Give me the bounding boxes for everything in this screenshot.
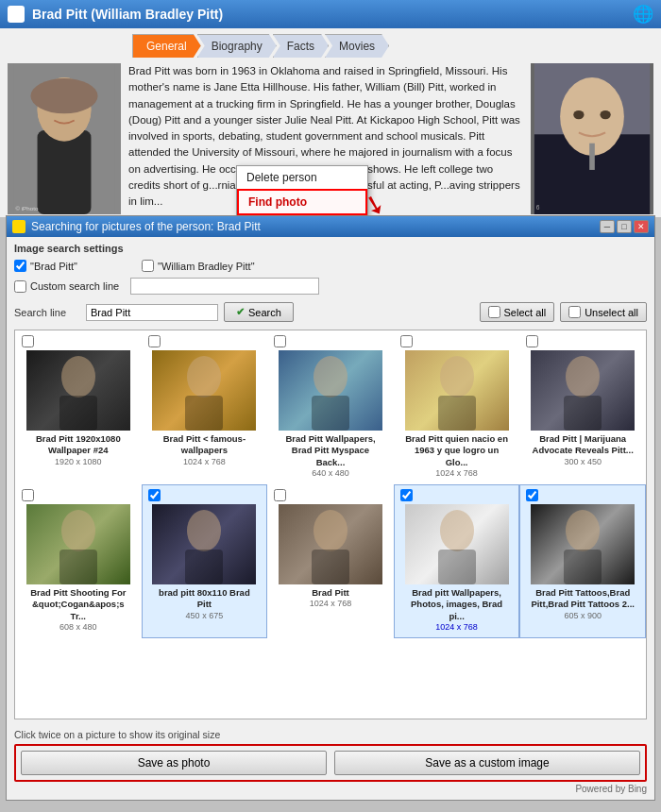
svg-point-23 xyxy=(566,356,600,398)
svg-rect-32 xyxy=(438,550,476,584)
image-title-2: Brad Pitt Wallpapers, Brad Pitt Myspace … xyxy=(279,433,382,468)
svg-rect-26 xyxy=(59,550,97,584)
globe-icon: 🌐 xyxy=(633,4,653,25)
image-cell-8[interactable]: Brad pitt Wallpapers, Photos, images, Br… xyxy=(394,484,520,638)
svg-point-31 xyxy=(440,510,474,551)
image-checkbox-4[interactable] xyxy=(526,335,538,347)
main-window: Brad Pitt (William Bradley Pitt) 🌐 Gener… xyxy=(0,0,661,217)
image-title-4: Brad Pitt | Marijuana Advocate Reveals P… xyxy=(531,433,635,457)
image-cell-1[interactable]: Brad Pitt < famous-wallpapers1024 x 768 xyxy=(142,330,268,484)
image-dims-9: 605 x 900 xyxy=(564,611,602,620)
image-dims-7: 1024 x 768 xyxy=(310,599,352,608)
select-all-input[interactable] xyxy=(488,306,500,318)
svg-rect-16 xyxy=(59,396,97,431)
svg-text:6: 6 xyxy=(536,204,540,211)
image-thumb-6 xyxy=(152,504,256,584)
image-dims-0: 1920 x 1080 xyxy=(55,457,102,466)
checkbox-custom[interactable]: Custom search line xyxy=(14,280,119,293)
tab-facts[interactable]: Facts xyxy=(273,34,329,58)
image-cell-4[interactable]: Brad Pitt | Marijuana Advocate Reveals P… xyxy=(519,330,646,484)
app-title: Brad Pitt (William Bradley Pitt) xyxy=(32,7,223,22)
tab-general[interactable]: General xyxy=(132,34,201,58)
svg-point-29 xyxy=(314,510,347,551)
image-cell-0[interactable]: Brad Pitt 1920x1080 Wallpaper #241920 x … xyxy=(15,330,142,484)
image-cell-9[interactable]: Brad Pitt Tattoos,Brad Pitt,Brad Pitt Ta… xyxy=(519,484,646,638)
svg-rect-34 xyxy=(564,550,602,584)
checkbox-row-1: "Brad Pitt" "William Bradley Pitt" xyxy=(14,260,647,272)
tabs-row: General Biography Facts Movies xyxy=(0,28,661,58)
image-checkbox-7[interactable] xyxy=(274,489,286,501)
dialog-icon xyxy=(12,220,25,233)
image-thumb-1 xyxy=(152,350,256,431)
image-thumb-7 xyxy=(279,504,382,584)
image-thumb-8 xyxy=(405,504,509,584)
dialog-body: Image search settings "Brad Pitt" "Willi… xyxy=(7,237,654,725)
dialog-controls: ─ □ ✕ xyxy=(600,220,649,233)
image-checkbox-0[interactable] xyxy=(22,335,34,347)
person-photo-left: © iPhoto xyxy=(8,63,121,214)
tab-movies[interactable]: Movies xyxy=(325,34,389,58)
image-grid-container[interactable]: Brad Pitt 1920x1080 Wallpaper #241920 x … xyxy=(14,330,647,719)
image-checkbox-8[interactable] xyxy=(400,489,413,501)
image-cell-7[interactable]: Brad Pitt1024 x 768 xyxy=(267,484,394,638)
dialog-title-left: Searching for pictures of the person: Br… xyxy=(12,220,261,233)
image-checkbox-5[interactable] xyxy=(22,489,34,501)
close-button[interactable]: ✕ xyxy=(634,220,649,233)
minimize-button[interactable]: ─ xyxy=(600,220,615,233)
unselect-all-input[interactable] xyxy=(568,306,581,318)
image-cell-6[interactable]: brad pitt 80x110 Brad Pitt450 x 675 xyxy=(142,484,268,638)
svg-rect-28 xyxy=(185,550,223,584)
image-cell-5[interactable]: Brad Pitt Shooting For &quot;Cogan&apos;… xyxy=(15,484,142,638)
image-cell-3[interactable]: Brad Pitt quien nacio en 1963 y que logr… xyxy=(394,330,520,484)
image-checkbox-9[interactable] xyxy=(526,489,538,501)
image-title-7: Brad Pitt xyxy=(312,587,349,599)
maximize-button[interactable]: □ xyxy=(617,220,632,233)
image-checkbox-1[interactable] xyxy=(148,335,161,347)
search-line-input[interactable] xyxy=(86,304,218,321)
image-title-3: Brad Pitt quien nacio en 1963 y que logr… xyxy=(405,433,509,468)
save-custom-button[interactable]: Save as a custom image xyxy=(334,751,640,775)
tab-biography[interactable]: Biography xyxy=(197,34,277,58)
svg-rect-22 xyxy=(438,396,476,431)
image-checkbox-6[interactable] xyxy=(148,489,161,501)
context-menu-delete[interactable]: Delete person xyxy=(237,166,367,189)
custom-search-input[interactable] xyxy=(130,278,319,295)
svg-rect-24 xyxy=(564,396,602,431)
image-title-5: Brad Pitt Shooting For &quot;Cogan&apos;… xyxy=(26,587,130,622)
unselect-all-checkbox[interactable]: Unselect all xyxy=(560,302,647,322)
save-photo-button[interactable]: Save as photo xyxy=(21,751,327,775)
powered-by: Powered by Bing xyxy=(14,782,647,796)
bottom-buttons-row: Save as photo Save as a custom image xyxy=(14,744,647,782)
image-checkbox-3[interactable] xyxy=(400,335,413,347)
svg-rect-2 xyxy=(38,130,92,214)
image-dims-1: 1024 x 768 xyxy=(183,457,226,466)
svg-point-25 xyxy=(61,510,95,551)
settings-label: Image search settings xyxy=(14,243,647,254)
svg-point-33 xyxy=(566,510,600,551)
svg-text:© iPhoto: © iPhoto xyxy=(15,205,38,211)
context-menu-find-photo[interactable]: Find photo xyxy=(237,189,367,215)
select-all-checkbox[interactable]: Select all xyxy=(480,302,555,322)
search-button[interactable]: ✔ Search xyxy=(224,302,294,322)
svg-point-27 xyxy=(187,510,221,551)
checkbox-brad-pitt-input[interactable] xyxy=(14,260,26,272)
checkbox-william-input[interactable] xyxy=(142,260,154,272)
checkbox-william[interactable]: "William Bradley Pitt" xyxy=(142,260,255,272)
image-dims-4: 300 x 450 xyxy=(564,457,602,466)
person-photo-right: 6 xyxy=(531,63,653,214)
dialog-titlebar: Searching for pictures of the person: Br… xyxy=(7,216,654,237)
svg-point-19 xyxy=(314,356,347,398)
image-checkbox-2[interactable] xyxy=(274,335,286,347)
svg-rect-13 xyxy=(589,144,595,170)
check-icon: ✔ xyxy=(236,306,245,318)
checkbox-row-2: Custom search line xyxy=(14,278,647,295)
svg-rect-6 xyxy=(30,78,97,113)
image-dims-8: 1024 x 768 xyxy=(435,622,478,632)
dialog-bottom: Click twice on a picture to show its ori… xyxy=(7,725,654,800)
image-cell-2[interactable]: Brad Pitt Wallpapers, Brad Pitt Myspace … xyxy=(267,330,394,484)
checkbox-custom-input[interactable] xyxy=(14,280,26,293)
dialog-title: Searching for pictures of the person: Br… xyxy=(31,220,261,233)
checkbox-brad-pitt[interactable]: "Brad Pitt" xyxy=(14,260,77,272)
image-title-0: Brad Pitt 1920x1080 Wallpaper #24 xyxy=(26,433,130,457)
image-title-6: brad pitt 80x110 Brad Pitt xyxy=(152,587,256,611)
